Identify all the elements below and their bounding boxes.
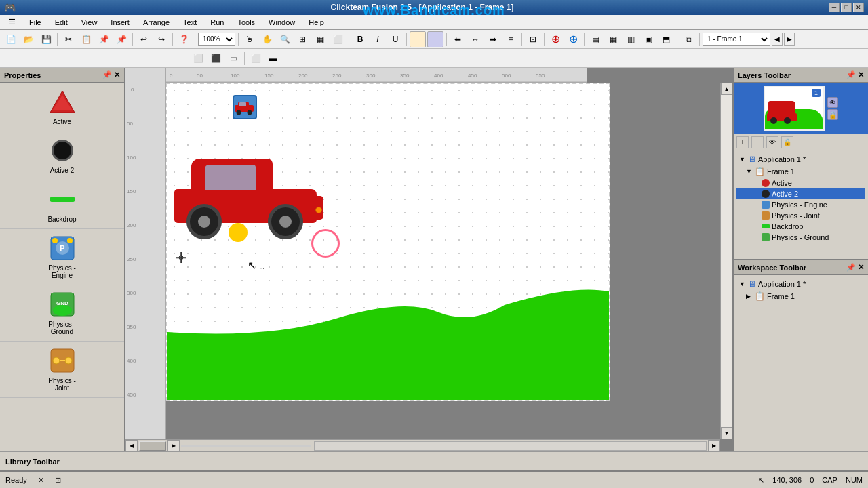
maximize-button[interactable]: □ [841,3,852,12]
tb-add-blue[interactable]: ⊕ [565,31,581,47]
tb-open[interactable]: 📂 [20,31,37,47]
menu-insert[interactable]: Insert [104,16,136,28]
tb-align-right[interactable]: ➡ [485,31,501,47]
tree-item-app[interactable]: ▼ 🖥 Application 1 * [736,153,865,165]
prop-item-physics-joint[interactable]: Physics -Joint [0,342,124,398]
scroll-left-button[interactable]: ◀ [125,440,138,452]
menu-window[interactable]: Window [262,16,301,28]
tb-save[interactable]: 💾 [38,31,54,47]
tb-zoom-in[interactable]: 🔍 [277,31,293,47]
ws-tree-item-app[interactable]: ▼ 🖥 Application 1 * [736,278,865,290]
tree-item-physics-engine[interactable]: ▶ Physics - Engine [736,199,865,210]
tb-table2[interactable]: ▦ [605,31,621,47]
tb-frame-prev[interactable]: ◀ [772,33,783,46]
layers-close-icon[interactable]: ✕ [858,70,864,79]
tree-item-physics-joint[interactable]: ▶ Physics - Joint [736,210,865,221]
canvas-area[interactable]: 0 50 100 150 200 250 300 350 400 450 500… [125,68,732,451]
scroll-right-button[interactable]: ▶ [167,440,180,452]
tb-grid[interactable]: ⊞ [294,31,311,47]
scroll-down-button[interactable]: ▼ [721,427,732,439]
tb-table5[interactable]: ⬒ [658,31,674,47]
workspace-pin-icon[interactable]: 📌 [846,263,856,272]
menu-tools[interactable]: Tools [231,16,261,28]
tree-item-active2[interactable]: ▶ Active 2 [736,188,865,199]
scroll-track-v[interactable] [721,95,732,427]
tb-hand[interactable]: ✋ [259,31,275,47]
ws-tree-item-frame[interactable]: ▶ 📋 Frame 1 [736,290,865,302]
menu-view[interactable]: View [75,16,104,28]
menu-icon[interactable]: ☰ [3,16,22,28]
tb-event2[interactable]: ⬛ [208,50,224,66]
car-icon[interactable] [233,95,257,119]
prop-item-backdrop[interactable]: Backdrop [0,180,124,229]
preview-box[interactable]: 1 [764,86,825,131]
tree-item-frame1[interactable]: ▼ 📋 Frame 1 [736,165,865,178]
prop-item-active[interactable]: Active [0,83,124,131]
tb-select[interactable]: 🖱 [241,31,258,47]
layer-del-btn[interactable]: − [751,136,764,148]
tb-align-justify[interactable]: ≡ [502,31,519,47]
scroll-thumb-small[interactable] [139,441,166,451]
tree-item-physics-ground[interactable]: ▶ Physics - Ground [736,232,865,243]
scroll-right-end[interactable]: ▶ [708,440,720,452]
tb-underline[interactable]: U [387,31,403,47]
tb-paste2[interactable]: 📌 [113,31,130,47]
tb-align-center[interactable]: ↔ [467,31,484,47]
zoom-select[interactable]: 100% 50% 200% [198,33,235,46]
tb-copy[interactable]: 📋 [78,31,94,47]
tb-paste[interactable]: 📌 [96,31,112,47]
layer-add-btn[interactable]: + [736,136,749,148]
minimize-button[interactable]: ─ [829,3,840,12]
menu-edit[interactable]: Edit [49,16,74,28]
tb-cut[interactable]: ✂ [60,31,77,47]
tb-grid2[interactable]: ▦ [312,31,328,47]
tb-table1[interactable]: ▤ [587,31,604,47]
prop-item-active2[interactable]: Active 2 [0,131,124,180]
tb-layers[interactable]: ⧉ [680,31,696,47]
tree-item-active[interactable]: ▶ Active [736,178,865,188]
vertical-scrollbar[interactable]: ▲ ▼ [720,83,732,439]
tb-undo[interactable]: ↩ [136,31,152,47]
tb-align-left[interactable]: ⬅ [450,31,466,47]
tb-frame-next[interactable]: ▶ [784,33,795,46]
prop-item-physics-engine[interactable]: P Physics -Engine [0,229,124,285]
layer-eye-icon[interactable]: 👁 [827,97,838,108]
layer-lock-icon[interactable]: 🔒 [827,109,838,120]
tb-obj-size[interactable]: ⊡ [525,31,541,47]
scroll-track-h[interactable] [314,441,707,451]
tb-bold[interactable]: B [352,31,368,47]
menu-help[interactable]: Help [302,16,330,28]
tb-italic[interactable]: I [370,31,386,47]
menu-arrange[interactable]: Arrange [137,16,176,28]
tb-new[interactable]: 📄 [3,31,19,47]
tree-item-backdrop[interactable]: ▶ Backdrop [736,221,865,232]
tb-obj2[interactable]: ▬ [265,50,281,66]
tb-help[interactable]: ❓ [176,31,192,47]
tb-table3[interactable]: ▥ [623,31,639,47]
properties-pin-icon[interactable]: 📌 [102,70,112,79]
close-button[interactable]: ✕ [853,3,864,12]
layer-eye-btn[interactable]: 👁 [766,136,778,148]
tb-frame[interactable]: ⬜ [330,31,346,47]
properties-close-icon[interactable]: ✕ [114,70,120,79]
menu-text[interactable]: Text [177,16,203,28]
layer-lock-btn[interactable]: 🔒 [781,136,793,148]
tb-obj1[interactable]: ⬜ [248,50,264,66]
layers-pin-icon[interactable]: 📌 [846,70,856,79]
frame-selector[interactable]: 1 - Frame 1 [703,33,770,46]
tb-event1[interactable]: ⬜ [190,50,206,66]
tb-redo[interactable]: ↪ [153,31,170,47]
scroll-up-button[interactable]: ▲ [721,83,732,95]
menu-file[interactable]: File [23,16,47,28]
tb-table4[interactable]: ▣ [640,31,656,47]
tb-color2[interactable] [427,31,443,47]
status-icon-fit[interactable]: ⊡ [55,476,61,485]
prop-item-physics-ground[interactable]: GND Physics -Ground [0,285,124,342]
tb-color1[interactable] [410,31,426,47]
workspace-close-icon[interactable]: ✕ [858,263,864,272]
tb-add-red[interactable]: ⊕ [547,31,564,47]
menu-run[interactable]: Run [204,16,230,28]
tb-event3[interactable]: ▭ [225,50,241,66]
status-icon-x[interactable]: ✕ [38,476,44,485]
frame-canvas[interactable]: ↖ ... [166,83,610,401]
